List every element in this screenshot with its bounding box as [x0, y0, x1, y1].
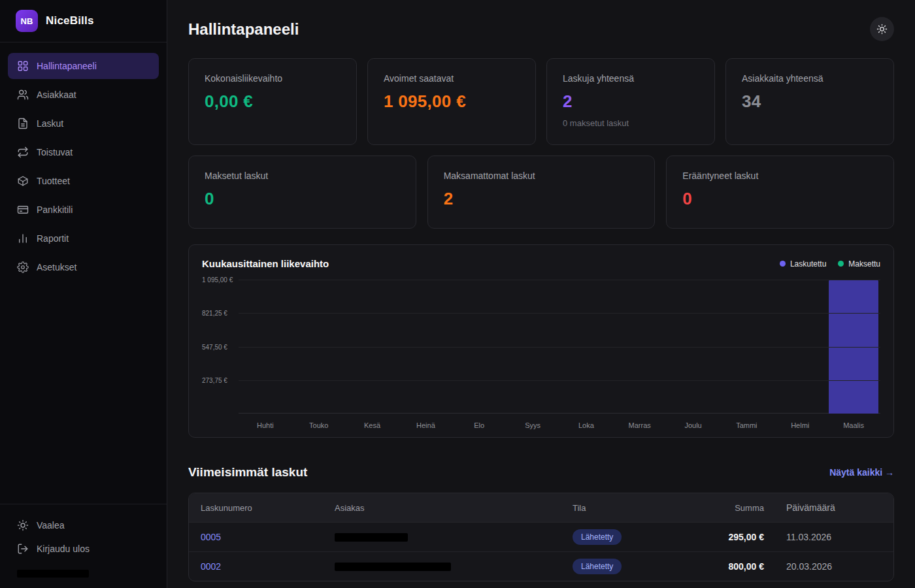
sidebar-item-label: Laskut	[37, 118, 63, 129]
sidebar-item-label: Asiakkaat	[37, 90, 76, 100]
revenue-chart-card: Kuukausittainen liikevaihto Laskutettu M…	[188, 244, 894, 438]
status-badge: Lähetetty	[573, 559, 622, 574]
main-content: Hallintapaneeli Kokonaisliikevaihto 0,00…	[167, 0, 915, 588]
invoices-table-body: 0005 Lähetetty 295,00 € 11.03.2026 0002 …	[189, 522, 893, 581]
chart-body: 1 095,00 €821,25 €547,50 €273,75 €	[202, 280, 880, 414]
stat-card-eraantyneet-laskut: Erääntyneet laskut 0	[666, 155, 894, 229]
stat-subtext: 0 maksetut laskut	[563, 118, 699, 128]
invoice-document-icon	[17, 118, 29, 129]
stats-row-1: Kokonaisliikevaihto 0,00 € Avoimet saata…	[188, 58, 894, 145]
chart-plot	[239, 280, 880, 414]
stat-label: Laskuja yhteensä	[563, 73, 699, 84]
chart-xtick-label: Elo	[452, 421, 506, 429]
invoice-status-cell: Lähetetty	[573, 529, 700, 545]
legend-label: Maksettu	[848, 259, 880, 269]
stat-label: Asiakkaita yhteensä	[742, 73, 878, 84]
chart-ytick-label: 1 095,00 €	[202, 276, 233, 284]
stats-row-2: Maksetut laskut 0 Maksamattomat laskut 2…	[188, 155, 894, 229]
section-title: Viimeisimmät laskut	[188, 465, 307, 480]
stat-value: 0	[682, 189, 878, 209]
column-header-summa: Summa	[700, 503, 764, 513]
chart-ytick-label: 821,25 €	[202, 310, 227, 317]
view-all-link[interactable]: Näytä kaikki →	[829, 467, 894, 478]
chart-gridline	[239, 280, 880, 280]
logout-label: Kirjaudu ulos	[37, 544, 90, 554]
invoice-amount: 800,00 €	[700, 561, 764, 572]
main-header: Hallintapaneeli	[188, 17, 894, 41]
stat-value: 1 095,00 €	[384, 91, 520, 112]
sidebar-item-asetukset[interactable]: Asetukset	[8, 254, 159, 280]
chart-xtick-label: Marras	[613, 421, 667, 429]
app-logo: NB NiceBills	[0, 0, 167, 42]
chart-gridline	[239, 313, 880, 314]
stat-card-maksetut-laskut: Maksetut laskut 0	[188, 155, 416, 229]
column-header-asiakas: Asiakas	[335, 503, 573, 513]
chart-xtick-label: Joulu	[667, 421, 720, 429]
stat-value: 0,00 €	[205, 91, 341, 112]
invoices-table: Laskunumero Asiakas Tila Summa Päivämäär…	[188, 493, 894, 581]
sidebar-item-tuotteet[interactable]: Tuotteet	[8, 168, 159, 194]
sun-icon	[876, 24, 888, 35]
chart-xtick-label: Maalis	[827, 421, 880, 429]
stat-label: Maksetut laskut	[205, 171, 400, 181]
customer-name-redacted	[335, 563, 573, 571]
customer-name-redacted	[335, 533, 573, 542]
redaction-bar	[335, 533, 408, 542]
column-header-tila: Tila	[573, 503, 700, 513]
stat-value: 2	[444, 189, 639, 209]
theme-toggle-sidebar[interactable]: Vaalea	[17, 514, 150, 537]
legend-dot-maksettu	[838, 261, 844, 267]
sidebar-item-pankkitili[interactable]: Pankkitili	[8, 197, 159, 223]
sun-icon	[17, 519, 29, 531]
sidebar-item-hallintapaneeli[interactable]: Hallintapaneeli	[8, 53, 159, 79]
invoice-amount: 295,00 €	[700, 532, 764, 542]
sidebar-item-label: Toistuvat	[37, 147, 73, 157]
chart-xtick-label: Helmi	[773, 421, 827, 429]
chart-ytick-label: 547,50 €	[202, 343, 227, 350]
redaction-bar	[335, 563, 451, 571]
sidebar-item-laskut[interactable]: Laskut	[8, 110, 159, 137]
chart-xtick-label: Tammi	[720, 421, 773, 429]
stat-card-asiakkaita-yhteensa: Asiakkaita yhteensä 34	[725, 58, 894, 145]
invoice-status-cell: Lähetetty	[573, 559, 700, 574]
sidebar-item-asiakkaat[interactable]: Asiakkaat	[8, 82, 159, 108]
legend-label: Laskutettu	[790, 259, 826, 269]
legend-item-maksettu: Maksettu	[838, 259, 880, 269]
invoice-number-link[interactable]: 0005	[201, 532, 335, 542]
sidebar-item-label: Tuotteet	[37, 176, 70, 186]
chart-xtick-label: Syys	[506, 421, 559, 429]
logout-button[interactable]: Kirjaudu ulos	[17, 537, 150, 561]
invoice-row[interactable]: 0005 Lähetetty 295,00 € 11.03.2026	[189, 522, 893, 551]
chart-ytick-label: 273,75 €	[202, 376, 227, 384]
invoice-date: 11.03.2026	[764, 532, 882, 542]
chart-x-labels: HuhtiToukoKesäHeinäEloSyysLokaMarrasJoul…	[239, 421, 880, 429]
chart-xtick-label: Touko	[292, 421, 346, 429]
column-header-laskunumero: Laskunumero	[201, 503, 335, 513]
sidebar-item-toistuvat[interactable]: Toistuvat	[8, 139, 159, 165]
chart-xtick-label: Loka	[559, 421, 613, 429]
sidebar-item-label: Hallintapaneeli	[37, 61, 97, 71]
chart-xtick-label: Huhti	[239, 421, 292, 429]
invoice-date: 20.03.2026	[764, 561, 882, 572]
column-header-paivamaara: Päivämäärä	[764, 502, 882, 513]
stat-card-kokonaisliikevaihto: Kokonaisliikevaihto 0,00 €	[188, 58, 357, 145]
chart-y-axis: 1 095,00 €821,25 €547,50 €273,75 €	[202, 280, 239, 414]
chart-gridline	[239, 380, 880, 381]
chart-xtick-label: Heinä	[399, 421, 452, 429]
chart-gridline	[239, 347, 880, 348]
stat-value: 2	[563, 91, 699, 112]
bar-chart-icon	[17, 233, 29, 244]
theme-toggle-button[interactable]	[870, 17, 894, 41]
sidebar: NB NiceBills Hallintapaneeli Asiakkaat	[0, 0, 167, 588]
stat-card-laskuja-yhteensa: Laskuja yhteensä 2 0 maksetut laskut	[546, 58, 715, 145]
recent-invoices-header: Viimeisimmät laskut Näytä kaikki →	[188, 465, 894, 480]
sidebar-item-raportit[interactable]: Raportit	[8, 225, 159, 252]
theme-toggle-label: Vaalea	[37, 520, 65, 531]
dashboard-icon	[17, 60, 29, 72]
invoices-table-header: Laskunumero Asiakas Tila Summa Päivämäär…	[189, 493, 893, 522]
chart-legend: Laskutettu Maksettu	[780, 259, 880, 269]
invoice-number-link[interactable]: 0002	[201, 561, 335, 572]
logo-badge: NB	[16, 10, 38, 32]
sidebar-footer: Vaalea Kirjaudu ulos	[0, 504, 167, 588]
invoice-row[interactable]: 0002 Lähetetty 800,00 € 20.03.2026	[189, 551, 893, 581]
